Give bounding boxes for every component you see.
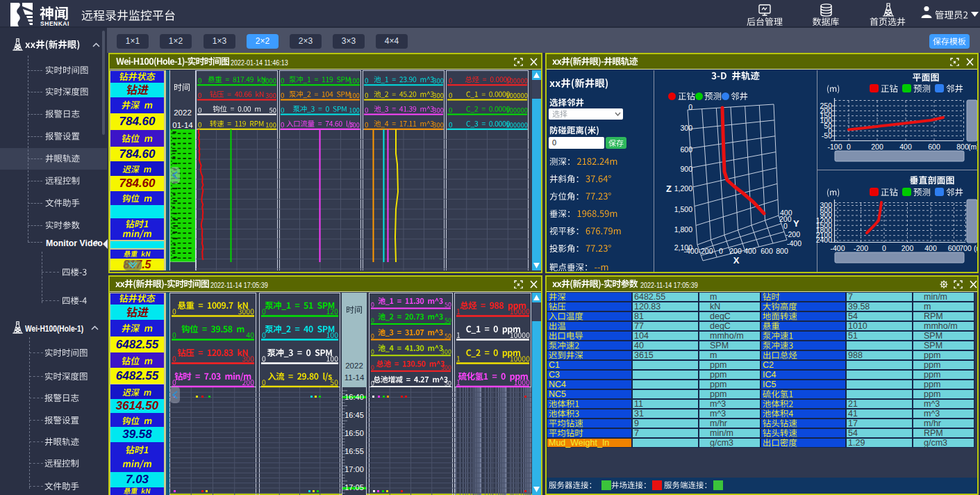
svg-text:-200: -200 bbox=[786, 230, 800, 238]
svg-text:600: 600 bbox=[948, 244, 961, 252]
svg-text:200: 200 bbox=[902, 244, 914, 252]
svg-text:-200: -200 bbox=[854, 244, 868, 252]
svg-text:2022: 2022 bbox=[174, 108, 192, 117]
svg-text:200: 200 bbox=[871, 143, 883, 151]
svg-text:(m): (m) bbox=[974, 244, 977, 252]
svg-text:0: 0 bbox=[719, 247, 723, 255]
svg-text:1,800: 1,800 bbox=[674, 225, 692, 234]
svg-text:2022: 2022 bbox=[345, 362, 363, 370]
svg-text:400: 400 bbox=[924, 244, 937, 252]
svg-text:17:05: 17:05 bbox=[344, 483, 364, 492]
svg-text:16:55: 16:55 bbox=[344, 447, 364, 455]
svg-text:01-14: 01-14 bbox=[172, 121, 193, 129]
svg-text:Y: Y bbox=[793, 218, 799, 229]
svg-text:0: 0 bbox=[688, 103, 692, 111]
svg-text:200: 200 bbox=[729, 247, 742, 255]
svg-text:X: X bbox=[733, 255, 740, 266]
svg-text:-400: -400 bbox=[683, 247, 698, 255]
svg-text:800: 800 bbox=[956, 143, 969, 151]
svg-text:-100: -100 bbox=[827, 143, 842, 151]
svg-text:600: 600 bbox=[680, 145, 692, 154]
svg-text:0: 0 bbox=[882, 244, 886, 252]
svg-text:1,200: 1,200 bbox=[674, 184, 692, 193]
svg-text:1,500: 1,500 bbox=[674, 205, 692, 213]
svg-text:11-14: 11-14 bbox=[344, 373, 365, 382]
svg-text:(m): (m) bbox=[968, 143, 977, 151]
svg-text:400: 400 bbox=[744, 247, 756, 255]
svg-text:800: 800 bbox=[776, 247, 788, 255]
svg-text:400: 400 bbox=[899, 143, 912, 151]
svg-text:-50: -50 bbox=[822, 131, 832, 140]
svg-text:2400: 2400 bbox=[816, 236, 833, 244]
svg-text:-200: -200 bbox=[698, 247, 713, 255]
svg-text:16:40: 16:40 bbox=[344, 393, 364, 401]
svg-text:17:00: 17:00 bbox=[344, 465, 364, 473]
svg-text:-400: -400 bbox=[830, 244, 845, 252]
svg-text:300: 300 bbox=[680, 124, 692, 132]
svg-text:900: 900 bbox=[680, 165, 692, 173]
svg-text:-400: -400 bbox=[787, 239, 802, 248]
svg-text:600: 600 bbox=[928, 143, 940, 151]
svg-text:Z: Z bbox=[666, 184, 672, 194]
svg-text:600: 600 bbox=[761, 247, 773, 255]
svg-text:0: 0 bbox=[783, 222, 788, 230]
svg-text:16:45: 16:45 bbox=[344, 411, 364, 419]
svg-text:16:50: 16:50 bbox=[344, 429, 364, 437]
svg-text:0: 0 bbox=[847, 143, 851, 151]
svg-text:700: 700 bbox=[959, 244, 972, 252]
